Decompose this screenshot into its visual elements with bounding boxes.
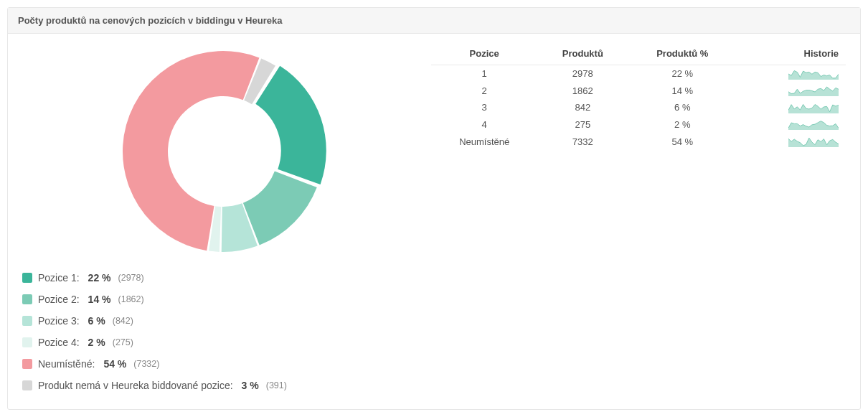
cell-count: 2978 bbox=[537, 65, 628, 83]
cell-history[interactable] bbox=[737, 116, 846, 134]
legend-label: Pozice 2: bbox=[38, 294, 80, 305]
legend-item[interactable]: Produkt nemá v Heureka biddované pozice:… bbox=[22, 375, 424, 396]
legend-swatch bbox=[22, 294, 32, 304]
th-count: Produktů bbox=[537, 44, 628, 65]
sparkline-icon bbox=[788, 137, 839, 147]
sparkline-icon bbox=[788, 86, 839, 96]
legend-item[interactable]: Pozice 3:6 %(842) bbox=[22, 310, 424, 332]
legend-count: (391) bbox=[266, 380, 287, 390]
right-column: Pozice Produktů Produktů % Historie 1297… bbox=[424, 44, 846, 150]
legend-pct: 3 % bbox=[242, 380, 259, 391]
cell-history[interactable] bbox=[737, 133, 846, 150]
cell-pct: 2 % bbox=[628, 116, 737, 134]
legend-swatch bbox=[22, 337, 32, 347]
cell-pct: 22 % bbox=[628, 65, 737, 83]
positions-table: Pozice Produktů Produktů % Historie 1297… bbox=[431, 44, 846, 150]
left-column: Pozice 1:22 %(2978)Pozice 2:14 %(1862)Po… bbox=[22, 44, 424, 396]
sparkline-icon bbox=[788, 120, 839, 130]
cell-count: 275 bbox=[537, 116, 628, 134]
sparkline-icon bbox=[788, 70, 839, 80]
cell-pct: 6 % bbox=[628, 99, 737, 116]
legend-item[interactable]: Neumístěné:54 %(7332) bbox=[22, 353, 424, 375]
cell-position: 4 bbox=[431, 116, 537, 134]
cell-position: 1 bbox=[431, 65, 537, 83]
legend-label: Pozice 4: bbox=[38, 337, 80, 348]
cell-position: 3 bbox=[431, 99, 537, 116]
cell-history[interactable] bbox=[737, 65, 846, 83]
legend-label: Produkt nemá v Heureka biddované pozice: bbox=[38, 380, 233, 391]
legend-item[interactable]: Pozice 2:14 %(1862) bbox=[22, 289, 424, 310]
legend-label: Pozice 1: bbox=[38, 272, 80, 284]
th-history: Historie bbox=[737, 44, 846, 65]
th-pct: Produktů % bbox=[628, 44, 737, 65]
th-position: Pozice bbox=[431, 44, 537, 65]
legend-swatch bbox=[22, 273, 32, 283]
legend-item[interactable]: Pozice 1:22 %(2978) bbox=[22, 267, 424, 289]
donut-slice[interactable] bbox=[255, 66, 326, 184]
panel-title: Počty produktů na cenových pozicích v bi… bbox=[8, 8, 860, 34]
cell-position: Neumístěné bbox=[431, 133, 537, 150]
legend-swatch bbox=[22, 359, 32, 369]
panel-body: Pozice 1:22 %(2978)Pozice 2:14 %(1862)Po… bbox=[8, 34, 860, 409]
legend-swatch bbox=[22, 316, 32, 326]
cell-count: 1862 bbox=[537, 83, 628, 100]
legend-pct: 14 % bbox=[88, 294, 111, 305]
legend-pct: 22 % bbox=[88, 272, 111, 284]
cell-pct: 14 % bbox=[628, 83, 737, 100]
legend-label: Pozice 3: bbox=[38, 315, 80, 327]
cell-count: 7332 bbox=[537, 133, 628, 150]
panel-bidding-positions: Počty produktů na cenových pozicích v bi… bbox=[7, 7, 861, 410]
cell-position: 2 bbox=[431, 83, 537, 100]
legend-label: Neumístěné: bbox=[38, 358, 95, 370]
legend-count: (2978) bbox=[118, 273, 144, 283]
legend: Pozice 1:22 %(2978)Pozice 2:14 %(1862)Po… bbox=[22, 267, 424, 396]
table-row: 2186214 % bbox=[431, 83, 846, 100]
table-row: Neumístěné733254 % bbox=[431, 133, 846, 150]
legend-pct: 54 % bbox=[103, 358, 126, 370]
legend-swatch bbox=[22, 380, 32, 390]
cell-history[interactable] bbox=[737, 99, 846, 116]
cell-history[interactable] bbox=[737, 83, 846, 100]
cell-count: 842 bbox=[537, 99, 628, 116]
legend-count: (1862) bbox=[118, 294, 144, 304]
sparkline-icon bbox=[788, 103, 839, 113]
cell-pct: 54 % bbox=[628, 133, 737, 150]
table-row: 38426 % bbox=[431, 99, 846, 116]
legend-pct: 2 % bbox=[88, 337, 105, 348]
legend-pct: 6 % bbox=[88, 315, 105, 327]
donut-slice[interactable] bbox=[243, 172, 317, 245]
table-row: 1297822 % bbox=[431, 65, 846, 83]
legend-count: (842) bbox=[113, 316, 133, 326]
legend-count: (275) bbox=[113, 337, 133, 347]
table-row: 42752 % bbox=[431, 116, 846, 134]
legend-item[interactable]: Pozice 4:2 %(275) bbox=[22, 332, 424, 353]
donut-chart bbox=[22, 44, 424, 261]
legend-count: (7332) bbox=[133, 359, 159, 369]
